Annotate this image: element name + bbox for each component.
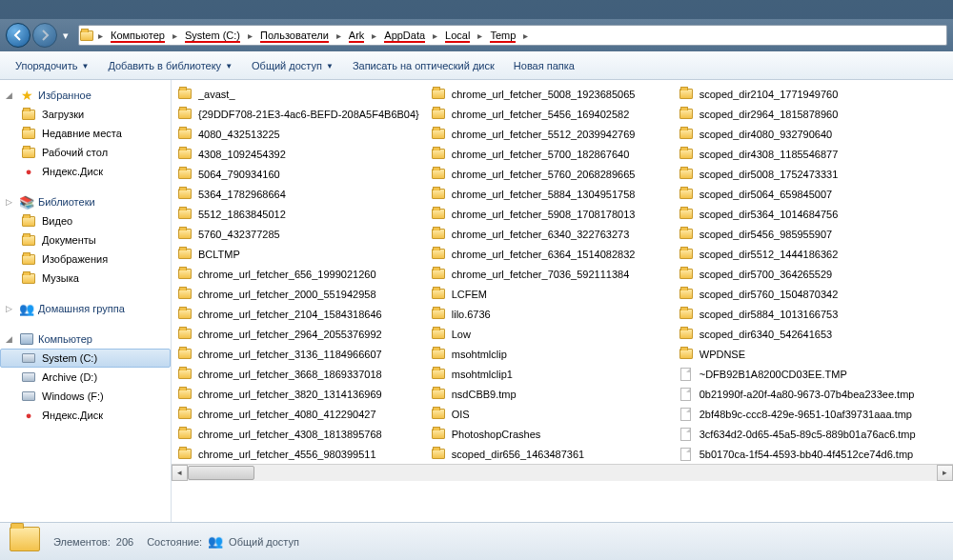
scroll-thumb[interactable]	[188, 466, 254, 480]
folder-item[interactable]: scoped_dir5884_1013166753	[673, 304, 922, 324]
folder-item[interactable]: chrome_url_fetcher_7036_592111384	[425, 264, 673, 284]
folder-item[interactable]: scoped_dir5456_985955907	[673, 224, 922, 244]
folder-item[interactable]: scoped_dir5064_659845007	[673, 184, 922, 204]
breadcrumb-separator[interactable]: ▸	[169, 26, 181, 45]
folder-item[interactable]: chrome_url_fetcher_6364_1514082832	[425, 244, 673, 264]
folder-item[interactable]: LCFEM	[425, 284, 673, 304]
sidebar-item[interactable]: System (C:)	[0, 349, 171, 368]
breadcrumb-separator[interactable]: ▸	[368, 26, 380, 45]
sidebar-item[interactable]: Archive (D:)	[0, 368, 171, 387]
file-item[interactable]: 3cf634d2-0d65-45a5-89c5-889b01a76ac6.tmp	[673, 424, 922, 444]
breadcrumb-segment[interactable]: System (C:)	[181, 26, 244, 45]
folder-item[interactable]: msohtmlclip1	[425, 364, 673, 384]
sidebar-item[interactable]: Изображения	[0, 250, 171, 269]
sidebar-item[interactable]: Недавние места	[0, 124, 171, 143]
folder-item[interactable]: chrome_url_fetcher_3820_1314136969	[172, 384, 425, 404]
sidebar-item[interactable]: Рабочий стол	[0, 143, 171, 162]
folder-item[interactable]: chrome_url_fetcher_2000_551942958	[172, 284, 425, 304]
folder-item[interactable]: chrome_url_fetcher_2964_2055376992	[172, 324, 425, 344]
nav-history-dropdown[interactable]: ▾	[59, 26, 72, 45]
sidebar-item[interactable]: ●Яндекс.Диск	[0, 162, 171, 181]
folder-item[interactable]: WPDNSE	[673, 344, 922, 364]
breadcrumb-separator[interactable]: ▸	[474, 26, 486, 45]
folder-item[interactable]: OIS	[425, 404, 673, 424]
computer-header[interactable]: ◢ Компьютер	[0, 330, 171, 349]
homegroup-header[interactable]: ▷ 👥 Домашняя группа	[0, 299, 171, 318]
libraries-header[interactable]: ▷ 📚 Библиотеки	[0, 192, 171, 211]
folder-item[interactable]: scoped_dir656_1463487361	[425, 444, 673, 464]
file-list[interactable]: _avast_{29DDF708-21E3-4ac6-BEFD-208A5F4B…	[172, 80, 953, 522]
address-bar[interactable]: ▸ Компьютер▸System (C:)▸Пользователи▸Ark…	[78, 25, 947, 46]
sidebar-item[interactable]: Загрузки	[0, 105, 171, 124]
folder-item[interactable]: 5760_432377285	[172, 224, 425, 244]
sidebar-item[interactable]: ●Яндекс.Диск	[0, 406, 171, 425]
scroll-track[interactable]	[188, 465, 937, 481]
breadcrumb-separator[interactable]: ▸	[429, 26, 441, 45]
scroll-right-button[interactable]: ▸	[937, 465, 953, 481]
sidebar-item[interactable]: Документы	[0, 230, 171, 250]
folder-item[interactable]: chrome_url_fetcher_3136_1184966607	[172, 344, 425, 364]
file-item[interactable]: 0b21990f-a20f-4a80-9673-07b4bea233ee.tmp	[673, 384, 922, 404]
file-item[interactable]: 2bf48b9c-ccc8-429e-9651-10af39731aaa.tmp	[673, 404, 922, 424]
folder-item[interactable]: msohtmlclip	[425, 344, 673, 364]
organize-button[interactable]: Упорядочить▼	[8, 56, 96, 75]
folder-item[interactable]: chrome_url_fetcher_3668_1869337018	[172, 364, 425, 384]
sidebar-item[interactable]: Музыка	[0, 269, 171, 288]
folder-item[interactable]: chrome_url_fetcher_5884_1304951758	[425, 184, 673, 204]
horizontal-scrollbar[interactable]: ◂ ▸	[172, 464, 953, 480]
favorites-header[interactable]: ◢ ★ Избранное	[0, 86, 171, 105]
folder-item[interactable]: scoped_dir5364_1014684756	[673, 204, 922, 224]
breadcrumb-separator[interactable]: ▸	[94, 26, 107, 45]
scroll-left-button[interactable]: ◂	[172, 465, 188, 481]
folder-item[interactable]: chrome_url_fetcher_4556_980399511	[172, 444, 425, 464]
folder-item[interactable]: scoped_dir6340_542641653	[673, 324, 922, 344]
sidebar-item[interactable]: Видео	[0, 211, 171, 230]
breadcrumb-segment[interactable]: Компьютер	[107, 26, 169, 45]
folder-item[interactable]: {29DDF708-21E3-4ac6-BEFD-208A5F4B6B04}	[172, 104, 425, 124]
breadcrumb-segment[interactable]: AppData	[380, 26, 429, 45]
folder-item[interactable]: 4080_432513225	[172, 124, 425, 144]
folder-item[interactable]: chrome_url_fetcher_5908_1708178013	[425, 204, 673, 224]
folder-item[interactable]: _avast_	[172, 84, 425, 104]
breadcrumb-segment[interactable]: Ark	[345, 26, 369, 45]
folder-item[interactable]: scoped_dir4308_1185546877	[673, 144, 922, 164]
folder-item[interactable]: chrome_url_fetcher_5008_1923685065	[425, 84, 673, 104]
folder-item[interactable]: chrome_url_fetcher_5760_2068289665	[425, 164, 673, 184]
folder-item[interactable]: 5364_1782968664	[172, 184, 425, 204]
folder-item[interactable]: scoped_dir2964_1815878960	[673, 104, 922, 124]
folder-item[interactable]: chrome_url_fetcher_5700_182867640	[425, 144, 673, 164]
add-to-library-button[interactable]: Добавить в библиотеку▼	[100, 56, 240, 75]
folder-item[interactable]: 5512_1863845012	[172, 204, 425, 224]
breadcrumb-segment[interactable]: Temp	[486, 26, 519, 45]
folder-item[interactable]: chrome_url_fetcher_2104_1584318646	[172, 304, 425, 324]
folder-item[interactable]: scoped_dir4080_932790640	[673, 124, 922, 144]
folder-item[interactable]: scoped_dir2104_1771949760	[673, 84, 922, 104]
breadcrumb-segment[interactable]: Пользователи	[256, 26, 333, 45]
folder-item[interactable]: nsdCBB9.tmp	[425, 384, 673, 404]
folder-item[interactable]: 5064_790934160	[172, 164, 425, 184]
breadcrumb-separator[interactable]: ▸	[519, 26, 532, 45]
breadcrumb-segment[interactable]: Local	[441, 26, 474, 45]
breadcrumb-separator[interactable]: ▸	[333, 26, 345, 45]
share-button[interactable]: Общий доступ▼	[244, 56, 341, 75]
forward-button[interactable]	[32, 23, 57, 48]
folder-item[interactable]: 4308_1092454392	[172, 144, 425, 164]
folder-item[interactable]: chrome_url_fetcher_4308_1813895768	[172, 424, 425, 444]
folder-item[interactable]: scoped_dir5008_1752473331	[673, 164, 922, 184]
folder-item[interactable]: Low	[425, 324, 673, 344]
back-button[interactable]	[6, 23, 30, 48]
burn-button[interactable]: Записать на оптический диск	[345, 56, 502, 75]
sidebar-item[interactable]: Windows (F:)	[0, 387, 171, 406]
folder-item[interactable]: lilo.6736	[425, 304, 673, 324]
folder-item[interactable]: chrome_url_fetcher_5512_2039942769	[425, 124, 673, 144]
file-item[interactable]: ~DFB92B1A8200CD03EE.TMP	[673, 364, 922, 384]
folder-item[interactable]: chrome_url_fetcher_656_1999021260	[172, 264, 425, 284]
folder-item[interactable]: BCLTMP	[172, 244, 425, 264]
folder-item[interactable]: scoped_dir5760_1504870342	[673, 284, 922, 304]
folder-item[interactable]: scoped_dir5512_1444186362	[673, 244, 922, 264]
folder-item[interactable]: chrome_url_fetcher_4080_412290427	[172, 404, 425, 424]
folder-item[interactable]: PhotoshopCrashes	[425, 424, 673, 444]
new-folder-button[interactable]: Новая папка	[506, 56, 582, 75]
folder-item[interactable]: chrome_url_fetcher_6340_322763273	[425, 224, 673, 244]
nav-pane[interactable]: ◢ ★ Избранное ЗагрузкиНедавние местаРабо…	[0, 80, 172, 522]
